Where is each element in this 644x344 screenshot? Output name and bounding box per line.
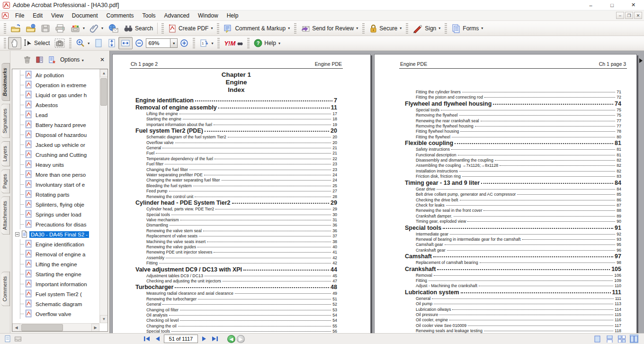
toc-entry[interactable]: Gear drive84 (405, 187, 621, 192)
toc-entry[interactable]: Timing gear - 13 and 9 liter84 (405, 180, 621, 187)
toolbar-grip[interactable] (406, 23, 408, 34)
toc-entry[interactable]: Renewing seals and leakage testing118 (405, 328, 621, 333)
tab-comments[interactable]: Comments (1, 272, 10, 306)
toolbar-grip[interactable] (294, 23, 296, 34)
options-menu-button[interactable]: Options ▾ (60, 56, 84, 63)
toc-entry[interactable]: Lifting the engine17 (135, 111, 337, 117)
toc-entry[interactable]: General52 (135, 302, 337, 307)
current-page-field[interactable] (164, 335, 198, 343)
sign-button[interactable]: Sign ▾ (410, 22, 443, 35)
create-pdf-button[interactable]: Create PDF ▾ (166, 22, 215, 35)
next-page-button[interactable] (199, 335, 209, 344)
attach-file-button[interactable]: ▾ (87, 22, 106, 35)
toc-entry[interactable]: Safety instructions81 (405, 147, 621, 152)
scroll-up-button[interactable]: ▲ (100, 69, 108, 77)
email-button[interactable] (106, 22, 121, 35)
expand-current-bookmark-icon[interactable] (36, 56, 44, 63)
next-view-button[interactable]: ▶ (237, 335, 245, 343)
toc-entry[interactable]: Oil pump113 (405, 301, 621, 307)
mdi-restore-button[interactable]: ❐ (625, 12, 633, 19)
menu-comments[interactable]: Comments (102, 11, 138, 20)
toc-entry[interactable]: Dismantling36 (135, 223, 337, 228)
toolbar-grip[interactable] (4, 38, 6, 48)
close-panel-button[interactable]: ✕ (100, 56, 105, 63)
scroll-left-button[interactable]: ◀ (12, 324, 20, 332)
toc-entry[interactable]: Starting the engine18 (135, 117, 337, 122)
delete-bookmark-icon[interactable] (24, 56, 31, 63)
menu-document[interactable]: Document (68, 11, 102, 20)
vertical-scroll-thumb[interactable] (100, 78, 107, 106)
toc-entry[interactable]: Check for leaks87 (405, 203, 621, 208)
bookmark-item[interactable]: Important information (12, 279, 99, 289)
collapse-minus-icon[interactable] (15, 232, 19, 236)
toc-entry[interactable]: Adjustment tables DC9 / DC1345 (135, 273, 337, 279)
new-bookmark-icon[interactable] (48, 56, 55, 63)
toc-entry[interactable]: Intermediate gear92 (405, 232, 621, 237)
toc-entry[interactable]: Overflow valve20 (135, 140, 337, 145)
send-for-review-button[interactable]: Send for Review ▾ (298, 22, 360, 35)
toolbar-grip[interactable] (161, 23, 164, 34)
zoom-in-button[interactable] (178, 37, 191, 49)
bookmark-item[interactable]: Crushing and Cutting (12, 150, 99, 160)
tab-layers[interactable]: Layers (1, 141, 10, 166)
collapse-pane-arrow-icon[interactable] (639, 58, 643, 63)
toc-entry[interactable]: Checking oil level54 (135, 318, 337, 323)
scroll-down-button[interactable]: ▼ (100, 315, 108, 323)
document-status-icon[interactable] (4, 335, 11, 343)
toc-entry[interactable]: Renewing the seal in the front cover88 (405, 208, 621, 213)
previous-view-button[interactable]: ◀ (227, 335, 235, 343)
bookmark-item[interactable]: Operation in extreme (12, 80, 99, 90)
zoom-level-input[interactable] (146, 38, 170, 48)
toc-entry[interactable]: Changing the water separating fuel filte… (135, 178, 337, 183)
zoom-dropdown-button[interactable]: ▾ (170, 38, 178, 48)
toolbar-grip[interactable] (217, 38, 220, 48)
tab-signatures[interactable]: Signatures (1, 104, 10, 138)
toc-entry[interactable]: Changing the oil55 (135, 324, 337, 329)
toc-entry[interactable]: Belt drive collant pump, generator and A… (405, 192, 621, 197)
toc-entry[interactable]: Replacement of valve seats37 (135, 234, 337, 239)
yahoo-search-button[interactable]: Y!M (222, 37, 245, 49)
single-page-layout-button[interactable] (593, 335, 601, 343)
continuous-layout-button[interactable] (605, 335, 614, 343)
toc-entry[interactable]: Flexible coupling81 (405, 140, 621, 147)
organizer-button[interactable]: ▾ (68, 22, 87, 35)
toc-entry[interactable]: Important information about the fuel19 (135, 122, 337, 127)
toc-entry[interactable]: General111 (405, 296, 621, 301)
last-page-button[interactable] (210, 335, 220, 344)
toc-entry[interactable]: Renewing the valve guides40 (135, 244, 337, 250)
toc-entry[interactable]: Engine identification7 (135, 97, 337, 104)
toc-entry[interactable]: Timing gear, exploded view90 (405, 219, 621, 224)
toc-entry[interactable]: Machining the valve seats insert38 (135, 239, 337, 244)
toc-entry[interactable]: Oil cooler, engine116 (405, 317, 621, 323)
bookmark-item[interactable]: Fuel system Tier2 ( (12, 289, 99, 299)
bookmark-item[interactable]: Precautions for disas (12, 219, 99, 229)
bookmark-item[interactable]: Schematic diagram (12, 299, 99, 309)
toc-entry[interactable]: Fuel21 (135, 151, 337, 156)
menu-advanced[interactable]: Advanced (160, 11, 194, 20)
save-button[interactable] (38, 22, 53, 35)
toc-entry[interactable]: Special tools30 (135, 212, 337, 217)
bookmark-item[interactable]: Splinters, flying obje (12, 199, 99, 209)
toc-entry[interactable]: Functional description81 (405, 153, 621, 158)
toolbar-grip[interactable] (69, 38, 72, 48)
menu-tools[interactable]: Tools (138, 11, 160, 20)
bookmark-item[interactable]: Starting the engine (12, 269, 99, 279)
first-page-button[interactable] (142, 335, 152, 344)
bookmark-item[interactable]: Liquid or gas under h (12, 90, 99, 100)
menu-view[interactable]: View (47, 11, 68, 20)
two-up-continuous-layout-button[interactable] (617, 335, 626, 343)
toc-entry[interactable]: Removing the flywheel housing77 (405, 124, 621, 129)
maximize-button[interactable]: □ (601, 0, 623, 10)
fit-page-button[interactable] (105, 37, 118, 49)
toc-entry[interactable]: Special tools91 (405, 225, 621, 232)
previous-page-button[interactable] (153, 335, 162, 344)
close-button[interactable]: ✕ (623, 0, 644, 10)
toc-entry[interactable]: Flywheel and flywheel housing74 (405, 100, 621, 108)
toc-entry[interactable]: Installation instructions82 (405, 169, 621, 174)
toc-entry[interactable]: Oil analysis54 (135, 313, 337, 318)
document-area[interactable]: Ch 1 page 2 Engine PDE Chapter 1 Engine … (110, 51, 644, 333)
toc-entry[interactable]: Assembling the coupling →7x1126;→8x11288… (405, 163, 621, 168)
help-button[interactable]: ? Help ▾ (251, 37, 283, 49)
menu-help[interactable]: Help (223, 11, 243, 20)
snapshot-tool-button[interactable] (52, 37, 67, 49)
